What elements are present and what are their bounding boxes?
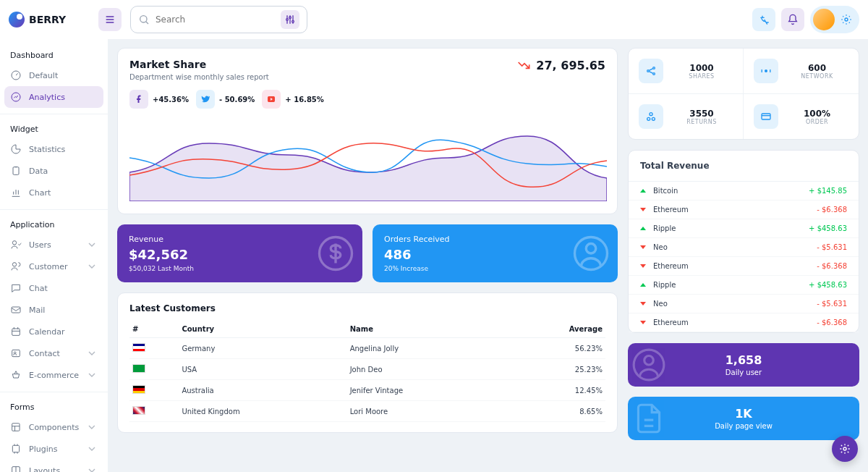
revenue-row[interactable]: Neo- $5.631 bbox=[629, 238, 859, 257]
flag-icon bbox=[132, 364, 145, 373]
calendar-icon bbox=[10, 326, 22, 337]
adjustments-icon bbox=[284, 14, 296, 25]
chevron-down-icon bbox=[86, 369, 98, 381]
search-icon bbox=[138, 14, 150, 25]
nav-calendar[interactable]: Calendar bbox=[4, 321, 103, 342]
basket-icon bbox=[10, 369, 22, 381]
svg-point-25 bbox=[647, 117, 650, 120]
svg-point-22 bbox=[653, 73, 655, 75]
flag-icon bbox=[132, 406, 145, 415]
svg-point-9 bbox=[12, 263, 16, 266]
nav-group-forms: Forms bbox=[4, 398, 103, 416]
trend-down-icon bbox=[640, 302, 646, 305]
revenue-row[interactable]: Ethereum- $6.368 bbox=[629, 313, 859, 332]
flag-icon bbox=[132, 385, 145, 394]
daily-pageview-card: 1K Daily page view bbox=[628, 397, 859, 440]
table-row[interactable]: GermanyAngelina Jolly56.23% bbox=[129, 338, 605, 359]
revenue-row[interactable]: Neo- $5.631 bbox=[629, 295, 859, 313]
nav-statistics[interactable]: Statistics bbox=[4, 138, 103, 160]
table-row[interactable]: United KingdomLori Moore8.65% bbox=[129, 401, 605, 422]
svg-point-8 bbox=[12, 241, 16, 245]
nav-components[interactable]: Components bbox=[4, 416, 103, 438]
chevron-down-icon bbox=[86, 421, 98, 433]
nav-customer[interactable]: Customer bbox=[4, 256, 103, 277]
nav-data[interactable]: Data bbox=[4, 160, 103, 182]
youtube-metric: + 16.85% bbox=[262, 90, 324, 109]
svg-point-26 bbox=[652, 117, 655, 120]
menu-icon bbox=[104, 14, 116, 25]
profile-menu[interactable] bbox=[810, 6, 859, 33]
svg-point-1 bbox=[286, 19, 289, 21]
chevron-down-icon bbox=[86, 239, 98, 250]
svg-point-19 bbox=[586, 244, 596, 254]
svg-rect-14 bbox=[12, 423, 20, 431]
settings-fab[interactable] bbox=[832, 436, 858, 462]
revenue-row[interactable]: Bitcoin+ $145.85 bbox=[629, 182, 859, 201]
menu-toggle-button[interactable] bbox=[98, 8, 122, 31]
twitter-metric: - 50.69% bbox=[196, 90, 255, 109]
message-icon bbox=[10, 282, 22, 294]
clipboard-icon bbox=[10, 165, 22, 177]
plugin-icon bbox=[10, 443, 22, 455]
svg-point-30 bbox=[843, 447, 846, 450]
nav-chart[interactable]: Chart bbox=[4, 182, 103, 203]
revenue-list-card: Total Revenue Bitcoin+ $145.85Ethereum- … bbox=[628, 150, 859, 333]
stat-shares: 1000SHARES bbox=[629, 49, 744, 94]
svg-rect-7 bbox=[13, 167, 19, 175]
trend-up-icon bbox=[640, 189, 646, 193]
revenue-row[interactable]: Ripple+ $458.63 bbox=[629, 276, 859, 295]
search-box[interactable] bbox=[130, 6, 307, 33]
orders-card: Orders Received 486 20% Increase bbox=[373, 224, 618, 282]
svg-point-24 bbox=[650, 113, 652, 116]
trend-down-icon bbox=[640, 264, 646, 268]
nav-users[interactable]: Users bbox=[4, 234, 103, 256]
gear-icon bbox=[839, 443, 851, 455]
svg-point-21 bbox=[653, 67, 655, 69]
svg-point-4 bbox=[845, 18, 848, 21]
chevron-down-icon bbox=[86, 347, 98, 359]
notifications-button[interactable] bbox=[781, 8, 804, 31]
revenue-row[interactable]: Ripple+ $458.63 bbox=[629, 219, 859, 238]
nav-analytics[interactable]: Analytics bbox=[4, 86, 103, 108]
file-icon bbox=[631, 400, 667, 437]
sidebar: Dashboard Default Analytics Widget Stati… bbox=[0, 0, 109, 472]
chevron-down-icon bbox=[86, 465, 98, 472]
language-button[interactable] bbox=[752, 8, 775, 31]
search-filter-button[interactable] bbox=[281, 10, 299, 29]
customers-card: Latest Customers # Country Name Average … bbox=[117, 292, 618, 433]
chevron-down-icon bbox=[86, 443, 98, 455]
youtube-icon bbox=[262, 90, 281, 109]
nav-default[interactable]: Default bbox=[4, 64, 103, 86]
facebook-metric: +45.36% bbox=[129, 90, 189, 109]
gauge-icon bbox=[10, 69, 22, 81]
search-input[interactable] bbox=[156, 14, 275, 25]
share-icon bbox=[645, 65, 657, 77]
nav-mail[interactable]: Mail bbox=[4, 299, 103, 321]
nav-layouts[interactable]: Layouts bbox=[4, 460, 103, 472]
nav-ecommerce[interactable]: E-commerce bbox=[4, 364, 103, 386]
nav-chat[interactable]: Chat bbox=[4, 277, 103, 299]
avatar bbox=[813, 9, 835, 30]
stat-order: 100%ORDER bbox=[744, 94, 859, 139]
revenue-row[interactable]: Ethereum- $6.368 bbox=[629, 201, 859, 219]
gear-icon bbox=[841, 14, 852, 25]
bell-icon bbox=[787, 14, 799, 25]
svg-point-29 bbox=[644, 356, 654, 366]
market-subtitle: Department wise monthly sales report bbox=[129, 73, 269, 81]
signal-icon bbox=[760, 65, 772, 77]
translate-icon bbox=[758, 14, 770, 25]
nav-contact[interactable]: Contact bbox=[4, 342, 103, 364]
svg-point-20 bbox=[647, 70, 650, 72]
stat-network: 600NETWORK bbox=[744, 49, 859, 94]
chevron-down-icon bbox=[86, 261, 98, 272]
trend-down-icon bbox=[640, 208, 646, 211]
credit-card-icon bbox=[760, 111, 772, 122]
trend-down-icon bbox=[640, 321, 646, 324]
trend-up-icon bbox=[640, 227, 646, 230]
table-row[interactable]: USAJohn Deo25.23% bbox=[129, 359, 605, 380]
revenue-row[interactable]: Ethereum- $6.368 bbox=[629, 257, 859, 276]
brand-logo[interactable]: BERRY bbox=[9, 12, 95, 28]
table-row[interactable]: AustraliaJenifer Vintage12.45% bbox=[129, 380, 605, 401]
market-value: 27, 695.65 bbox=[517, 59, 605, 72]
nav-plugins[interactable]: Plugins bbox=[4, 438, 103, 460]
